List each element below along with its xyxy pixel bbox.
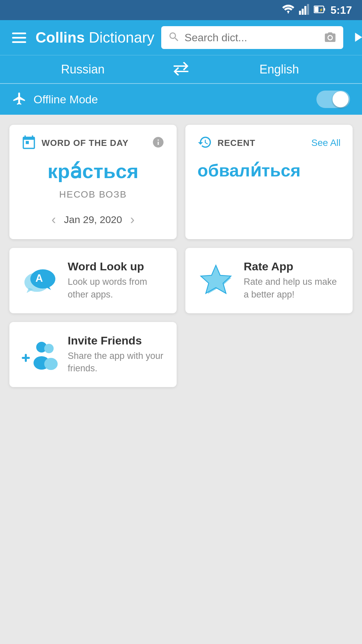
airplane-icon [12,91,27,107]
svg-point-20 [44,358,58,370]
play-store-button[interactable] [350,30,362,46]
battery-icon: ⚡ [314,5,326,15]
hamburger-button[interactable] [9,30,29,46]
info-icon[interactable] [152,136,165,150]
status-bar: ⚡ 5:17 [0,0,362,20]
history-icon [197,135,212,151]
middle-card-row: A Word Look up Look up words from other … [9,248,353,313]
see-all-button[interactable]: See All [311,138,341,148]
language-bar: Russian English [0,55,362,83]
svg-point-19 [44,344,54,353]
recent-word[interactable]: обвали́ться [197,160,341,180]
main-content: WORD OF THE DAY кра́сться НЕСОВ ВОЗВ ‹ J… [0,115,362,618]
status-time: 5:17 [330,4,352,16]
source-language-button[interactable]: Russian [0,62,166,76]
offline-mode-toggle[interactable] [316,91,350,108]
invite-friends-card[interactable]: Invite Friends Share the app with your f… [9,322,177,387]
wifi-icon [282,5,294,15]
rate-app-text: Rate App Rate and help us make a better … [244,260,341,301]
signal-icon [299,4,309,16]
swap-languages-button[interactable] [166,62,196,76]
search-icon [168,31,180,44]
wotd-navigation: ‹ Jan 29, 2020 › [21,212,165,227]
search-input[interactable] [185,32,319,44]
wotd-next-button[interactable]: › [130,212,134,227]
svg-rect-5 [324,8,325,11]
target-language-button[interactable]: English [196,62,362,76]
word-of-the-day-card: WORD OF THE DAY кра́сться НЕСОВ ВОЗВ ‹ J… [9,125,177,239]
invite-friends-text: Invite Friends Share the app with your f… [68,334,165,375]
bottom-card-row: Invite Friends Share the app with your f… [9,322,353,387]
wotd-prev-button[interactable]: ‹ [51,212,56,227]
top-card-row: WORD OF THE DAY кра́сться НЕСОВ ВОЗВ ‹ J… [9,125,353,239]
wotd-section-title: WORD OF THE DAY [42,138,129,148]
rate-app-icon [197,262,234,299]
svg-rect-22 [22,357,30,359]
search-bar[interactable] [161,26,343,49]
empty-space [185,322,353,387]
word-lookup-icon: A [21,262,58,299]
recent-card: RECENT See All обвали́ться [185,125,353,239]
wotd-date: Jan 29, 2020 [64,214,122,225]
svg-rect-1 [302,9,304,15]
svg-text:⚡: ⚡ [319,8,323,12]
offline-bar: Offline Mode [0,83,362,115]
app-header: Collins Dictionary [0,20,362,55]
svg-text:A: A [36,273,43,284]
word-lookup-text: Word Look up Look up words from other ap… [68,260,165,301]
app-title: Collins Dictionary [36,29,155,46]
svg-rect-3 [307,4,309,15]
wotd-pos: НЕСОВ ВОЗВ [21,189,165,200]
wotd-word[interactable]: кра́сться [21,160,165,182]
svg-rect-2 [304,6,306,15]
recent-section-title: RECENT [218,138,255,148]
offline-label: Offline Mode [34,93,98,106]
svg-point-8 [328,36,331,39]
word-lookup-card[interactable]: A Word Look up Look up words from other … [9,248,177,313]
calendar-icon [21,135,36,151]
svg-rect-0 [299,11,301,15]
rate-app-card[interactable]: Rate App Rate and help us make a better … [185,248,353,313]
svg-rect-6 [314,7,318,12]
invite-friends-icon [21,336,58,373]
camera-icon[interactable] [324,31,337,44]
